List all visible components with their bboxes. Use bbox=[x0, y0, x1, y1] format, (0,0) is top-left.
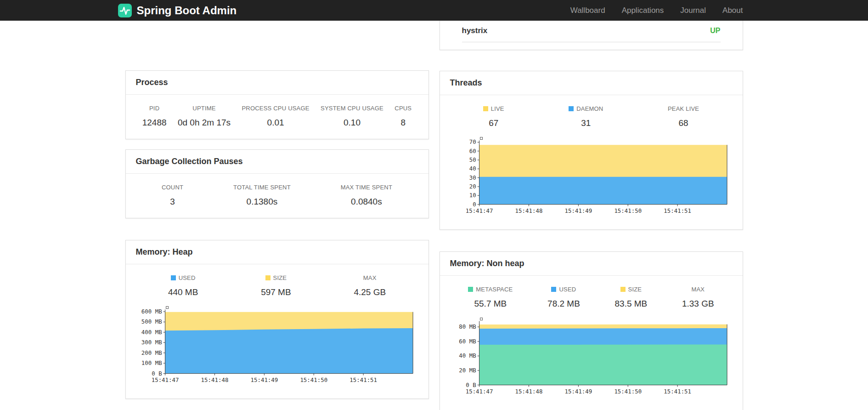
threads-card-title: Threads bbox=[440, 71, 743, 95]
svg-text:15:41:47: 15:41:47 bbox=[151, 376, 179, 383]
applications-card-partial: hystrix UP bbox=[440, 21, 743, 50]
metric-nonheap-size-value: 83.5 MB bbox=[615, 299, 648, 309]
threads-card-body: LIVE 67 DAEMON 31 PEAK LIVE 68 bbox=[440, 95, 743, 229]
svg-text:15:41:51: 15:41:51 bbox=[349, 376, 377, 383]
svg-text:0 B: 0 B bbox=[152, 370, 162, 377]
metric-heap-size: SIZE 597 MB bbox=[261, 274, 291, 297]
svg-text:100 MB: 100 MB bbox=[141, 359, 162, 366]
nav-link-wallboard[interactable]: Wallboard bbox=[570, 6, 605, 15]
metric-pid-value: 12488 bbox=[142, 118, 167, 128]
svg-text:60 MB: 60 MB bbox=[459, 338, 476, 345]
gc-card-body: COUNT 3 TOTAL TIME SPENT 0.1380s MAX TIM… bbox=[126, 174, 428, 218]
metric-gc-total-time: TOTAL TIME SPENT 0.1380s bbox=[233, 184, 291, 207]
top-navbar: Spring Boot Admin Wallboard Applications… bbox=[0, 0, 868, 21]
metric-metaspace-value: 55.7 MB bbox=[468, 299, 513, 309]
metric-nonheap-max-value: 1.33 GB bbox=[682, 299, 714, 309]
metric-pid: PID 12488 bbox=[142, 105, 167, 128]
nonheap-size-legend-swatch bbox=[620, 287, 626, 292]
metric-cpus-value: 8 bbox=[395, 118, 411, 128]
process-card-body: PID 12488 UPTIME 0d 0h 2m 17s PROCESS CP… bbox=[126, 95, 428, 139]
memory-heap-card-title: Memory: Heap bbox=[126, 240, 428, 264]
gc-metrics: COUNT 3 TOTAL TIME SPENT 0.1380s MAX TIM… bbox=[137, 184, 417, 207]
svg-text:600 MB: 600 MB bbox=[141, 308, 162, 315]
memory-nonheap-card: Memory: Non heap METASPACE 55.7 MB USED bbox=[440, 251, 743, 410]
svg-text:40: 40 bbox=[469, 165, 476, 172]
metric-cpus: CPUS 8 bbox=[395, 105, 411, 128]
right-column: hystrix UP Threads LIVE 67 bbox=[440, 21, 743, 410]
metric-gc-total-time-value: 0.1380s bbox=[233, 197, 291, 207]
svg-text:200 MB: 200 MB bbox=[141, 349, 162, 356]
svg-text:20: 20 bbox=[469, 183, 476, 190]
spring-boot-admin-logo-icon bbox=[118, 4, 132, 17]
svg-text:15:41:50: 15:41:50 bbox=[614, 207, 642, 214]
heap-size-legend-swatch bbox=[265, 275, 271, 280]
metric-heap-max-value: 4.25 GB bbox=[354, 287, 386, 297]
metric-nonheap-max: MAX 1.33 GB bbox=[682, 286, 714, 309]
svg-text:0: 0 bbox=[473, 201, 476, 208]
process-card-title: Process bbox=[126, 71, 428, 95]
gc-card-title: Garbage Collection Pauses bbox=[126, 150, 428, 174]
nav-link-journal[interactable]: Journal bbox=[680, 6, 706, 15]
svg-text:15:41:51: 15:41:51 bbox=[664, 388, 691, 395]
svg-text:15:41:47: 15:41:47 bbox=[465, 207, 493, 214]
memory-heap-card-body: USED 440 MB SIZE 597 MB MAX 4.25 GB bbox=[126, 264, 428, 399]
svg-text:500 MB: 500 MB bbox=[141, 318, 162, 325]
metric-system-cpu: SYSTEM CPU USAGE 0.10 bbox=[321, 105, 383, 128]
process-card: Process PID 12488 UPTIME 0d 0h 2m 17s PR… bbox=[125, 70, 429, 139]
metric-process-cpu-value: 0.01 bbox=[242, 118, 310, 128]
threads-live-legend-swatch bbox=[483, 106, 488, 111]
threads-chart: 01020304050607015:41:4715:41:4815:41:491… bbox=[451, 136, 732, 218]
threads-card: Threads LIVE 67 DAEMON bbox=[440, 71, 743, 230]
metric-metaspace: METASPACE 55.7 MB bbox=[468, 286, 513, 309]
metric-threads-daemon-value: 31 bbox=[569, 118, 603, 128]
metric-uptime: UPTIME 0d 0h 2m 17s bbox=[178, 105, 231, 128]
metric-heap-used: USED 440 MB bbox=[168, 274, 198, 297]
application-row-hystrix[interactable]: hystrix UP bbox=[462, 26, 721, 42]
metric-gc-max-time: MAX TIME SPENT 0.0840s bbox=[341, 184, 392, 207]
memory-nonheap-card-title: Memory: Non heap bbox=[440, 252, 743, 276]
svg-text:70: 70 bbox=[469, 138, 476, 145]
nav-link-about[interactable]: About bbox=[722, 6, 743, 15]
memory-nonheap-chart: 0 B20 MB40 MB60 MB80 MB15:41:4715:41:481… bbox=[451, 316, 732, 399]
svg-text:15:41:48: 15:41:48 bbox=[515, 207, 542, 214]
svg-text:300 MB: 300 MB bbox=[141, 339, 162, 346]
application-status-badge: UP bbox=[710, 27, 720, 35]
memory-nonheap-card-body: METASPACE 55.7 MB USED 78.2 MB bbox=[440, 276, 743, 410]
svg-text:15:41:49: 15:41:49 bbox=[250, 376, 278, 383]
svg-text:15:41:47: 15:41:47 bbox=[465, 388, 493, 395]
nonheap-used-legend-swatch bbox=[551, 287, 556, 292]
metric-nonheap-size: SIZE 83.5 MB bbox=[615, 286, 648, 309]
heap-used-legend-swatch bbox=[171, 275, 176, 280]
memory-heap-metrics: USED 440 MB SIZE 597 MB MAX 4.25 GB bbox=[137, 274, 417, 297]
metric-nonheap-used: USED 78.2 MB bbox=[547, 286, 580, 309]
threads-daemon-legend-swatch bbox=[569, 106, 574, 111]
metric-gc-count-value: 3 bbox=[162, 197, 183, 207]
brand-link[interactable]: Spring Boot Admin bbox=[118, 4, 237, 17]
threads-metrics: LIVE 67 DAEMON 31 PEAK LIVE 68 bbox=[451, 105, 732, 128]
metric-threads-live-value: 67 bbox=[483, 118, 504, 128]
svg-text:15:41:49: 15:41:49 bbox=[564, 388, 592, 395]
svg-text:80 MB: 80 MB bbox=[459, 323, 476, 330]
nav-link-applications[interactable]: Applications bbox=[622, 6, 664, 15]
application-name[interactable]: hystrix bbox=[462, 26, 488, 35]
svg-text:15:41:49: 15:41:49 bbox=[564, 207, 592, 214]
svg-text:400 MB: 400 MB bbox=[141, 329, 162, 336]
left-column: Process PID 12488 UPTIME 0d 0h 2m 17s PR… bbox=[125, 21, 429, 399]
metric-gc-count: COUNT 3 bbox=[162, 184, 183, 207]
metric-nonheap-used-value: 78.2 MB bbox=[547, 299, 580, 309]
memory-heap-chart: 0 B100 MB200 MB300 MB400 MB500 MB600 MB1… bbox=[137, 305, 417, 387]
metric-heap-max: MAX 4.25 GB bbox=[354, 274, 386, 297]
memory-nonheap-metrics: METASPACE 55.7 MB USED 78.2 MB bbox=[451, 286, 732, 309]
main-content: Process PID 12488 UPTIME 0d 0h 2m 17s PR… bbox=[125, 21, 743, 410]
svg-text:10: 10 bbox=[469, 192, 476, 199]
metaspace-legend-swatch bbox=[468, 287, 473, 292]
metric-threads-peak-value: 68 bbox=[668, 118, 699, 128]
metric-threads-daemon: DAEMON 31 bbox=[569, 105, 603, 128]
svg-text:0 B: 0 B bbox=[466, 382, 476, 388]
brand-title: Spring Boot Admin bbox=[137, 4, 237, 17]
svg-text:20 MB: 20 MB bbox=[459, 367, 476, 374]
svg-text:30: 30 bbox=[469, 174, 476, 181]
metric-threads-peak: PEAK LIVE 68 bbox=[668, 105, 699, 128]
svg-text:15:41:48: 15:41:48 bbox=[515, 388, 542, 395]
svg-text:15:41:48: 15:41:48 bbox=[201, 376, 228, 383]
